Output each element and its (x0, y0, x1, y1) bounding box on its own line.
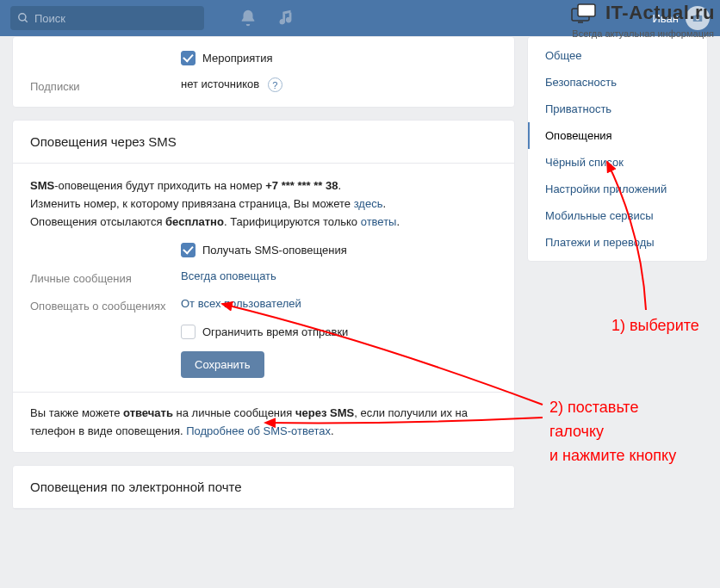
sms-panel-title: Оповещения через SMS (13, 121, 514, 164)
search-input[interactable] (34, 12, 189, 25)
events-checkbox-label: Мероприятия (202, 52, 273, 65)
notify-about-label: Оповещать о сообщениях (30, 297, 181, 313)
notify-about-value[interactable]: От всех пользователей (181, 297, 301, 310)
save-button[interactable]: Сохранить (181, 351, 264, 378)
sidebar-item-privacy[interactable]: Приватность (528, 96, 707, 122)
top-bar: Иван (0, 0, 720, 36)
camera-icon (692, 12, 704, 24)
panel-sms: Оповещения через SMS SMS-оповещения буду… (12, 120, 515, 453)
sms-footnote: Вы также можете отвечать на личные сообщ… (13, 392, 514, 451)
sidebar-item-mobile[interactable]: Мобильные сервисы (528, 202, 707, 229)
receive-sms-checkbox-row[interactable]: Получать SMS-оповещения (181, 243, 347, 257)
receive-sms-label: Получать SMS-оповещения (202, 244, 347, 257)
sidebar-item-payments[interactable]: Платежи и переводы (528, 229, 707, 256)
change-number-link[interactable]: здесь (354, 197, 383, 210)
sidebar-item-general[interactable]: Общее (528, 42, 707, 69)
topbar-icons (239, 9, 295, 28)
private-msg-value[interactable]: Всегда оповещать (181, 269, 276, 282)
username: Иван (652, 12, 679, 25)
events-checkbox-row[interactable]: Мероприятия (181, 51, 273, 65)
sidebar-item-security[interactable]: Безопасность (528, 69, 707, 96)
sidebar-item-notifications[interactable]: Оповещения (528, 122, 707, 149)
avatar (686, 6, 710, 30)
bell-icon[interactable] (239, 9, 258, 28)
sidebar-item-blacklist[interactable]: Чёрный список (528, 149, 707, 176)
limit-time-checkbox-row[interactable]: Ограничить время отправки (181, 325, 348, 339)
user-area[interactable]: Иван (652, 6, 710, 30)
search-icon (17, 12, 29, 24)
limit-time-label: Ограничить время отправки (202, 325, 348, 338)
help-icon[interactable]: ? (268, 77, 282, 92)
panel-email: Оповещения по электронной почте (12, 465, 515, 510)
svg-line-1 (25, 20, 28, 22)
search-box[interactable] (10, 6, 204, 30)
sms-replies-more-link[interactable]: Подробнее об SMS-ответах (186, 424, 331, 437)
settings-side-menu: Общее Безопасность Приватность Оповещени… (527, 36, 708, 262)
svg-point-0 (19, 14, 26, 21)
checkbox-limit-time[interactable] (181, 325, 196, 339)
subscriptions-label: Подписки (30, 77, 181, 93)
checkbox-events[interactable] (181, 51, 196, 65)
sidebar-item-apps[interactable]: Настройки приложений (528, 176, 707, 202)
email-panel-title: Оповещения по электронной почте (13, 466, 514, 509)
checkbox-receive-sms[interactable] (181, 243, 196, 257)
panel-top: Мероприятия Подписки нет источников ? (12, 36, 515, 108)
subscriptions-value: нет источников (181, 77, 259, 90)
replies-link[interactable]: ответы (361, 215, 397, 228)
sms-info-text: SMS-оповещения будут приходить на номер … (30, 177, 497, 231)
private-msg-label: Личные сообщения (30, 269, 181, 285)
music-icon[interactable] (276, 9, 295, 28)
